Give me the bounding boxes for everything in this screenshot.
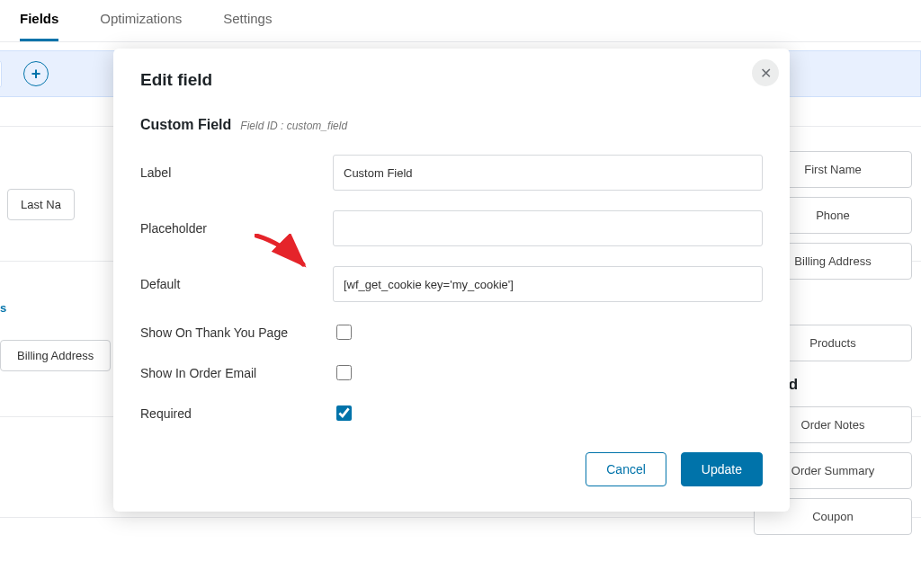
add-step-button[interactable]: + [23, 61, 49, 86]
modal-buttons: Cancel Update [140, 452, 763, 486]
section-subtitle: Field ID : custom_field [240, 120, 347, 132]
update-button[interactable]: Update [681, 452, 763, 486]
label-label: Label [140, 165, 333, 180]
cancel-button[interactable]: Cancel [586, 452, 666, 486]
thank-you-checkbox[interactable] [336, 325, 352, 340]
close-icon: ✕ [760, 65, 772, 82]
edit-field-modal: ✕ Edit field Custom Field Field ID : cus… [113, 49, 790, 512]
tab-fields[interactable]: Fields [20, 5, 58, 41]
label-input[interactable] [333, 155, 763, 191]
label-thank-you: Show On Thank You Page [140, 325, 333, 340]
left-chips-row: me Last Na [0, 189, 75, 220]
required-checkbox[interactable] [336, 405, 352, 421]
label-default: Default [140, 277, 333, 291]
tab-settings[interactable]: Settings [223, 5, 272, 41]
default-input[interactable] [333, 266, 763, 302]
section-title: Custom Field [140, 117, 231, 133]
placeholder-input[interactable] [333, 210, 763, 246]
label-placeholder: Placeholder [140, 221, 333, 236]
label-order-email: Show In Order Email [140, 366, 333, 380]
order-email-checkbox[interactable] [336, 365, 352, 380]
tab-optimizations[interactable]: Optimizations [100, 5, 182, 41]
section-link[interactable]: s [0, 301, 6, 315]
modal-title: Edit field [140, 70, 763, 90]
field-chip[interactable]: Billing Address [0, 340, 111, 371]
section-header: Custom Field Field ID : custom_field [140, 117, 763, 133]
close-button[interactable]: ✕ [752, 59, 779, 86]
plus-icon: + [31, 65, 41, 84]
top-tabs: Fields Optimizations Settings [0, 0, 921, 42]
label-required: Required [140, 406, 333, 421]
step-pill[interactable]: p 2 [0, 59, 2, 89]
field-chip[interactable]: Last Na [7, 189, 75, 220]
